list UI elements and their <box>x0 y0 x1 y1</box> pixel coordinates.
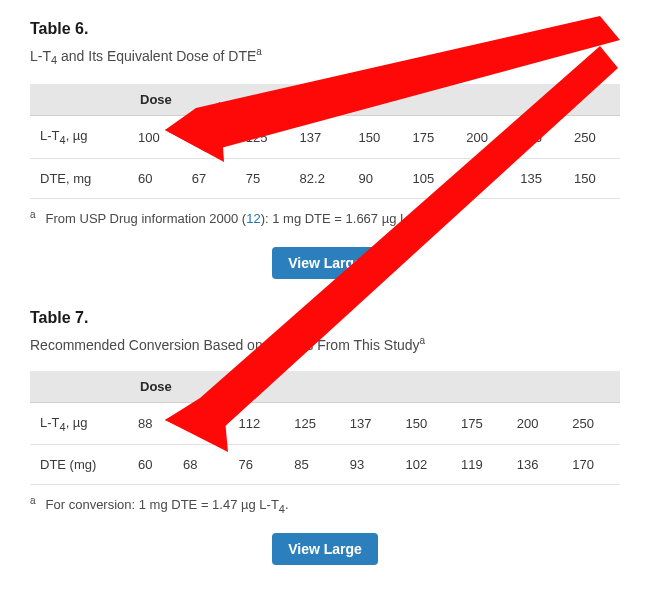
table7-footnote: aFor conversion: 1 mg DTE = 1.47 µg L-T4… <box>30 495 620 515</box>
view-large-button[interactable]: View Large <box>272 533 378 565</box>
table6-caption: L-T4 and Its Equivalent Dose of DTEa <box>30 46 620 66</box>
table7-header-dose: Dose <box>130 371 620 403</box>
table-cell: 93 <box>342 445 398 485</box>
table-cell: 175 <box>404 116 458 159</box>
table-cell: 112 <box>231 402 287 445</box>
table6-header-dose: Dose <box>130 84 620 116</box>
table-cell: 90 <box>351 159 405 199</box>
table-cell: 105 <box>404 159 458 199</box>
table-cell: 175 <box>453 402 509 445</box>
table-row: DTE (mg) 60 68 76 85 93 102 119 136 170 <box>30 445 620 485</box>
table-cell: 112 <box>184 116 238 159</box>
table-row: L-T4, µg 88 100 112 125 137 150 175 200 … <box>30 402 620 445</box>
table-cell: 150 <box>351 116 405 159</box>
table-cell: 76 <box>231 445 287 485</box>
table6-title: Table 6. <box>30 20 620 38</box>
table-row: L-T4, µg 100 112 125 137 150 175 200 225… <box>30 116 620 159</box>
table6: Dose L-T4, µg 100 112 125 137 150 175 20… <box>30 84 620 199</box>
table-cell: 119 <box>453 445 509 485</box>
table7-row1-label: L-T4, µg <box>30 402 130 445</box>
table6-row1-label: L-T4, µg <box>30 116 130 159</box>
table-cell: 250 <box>566 116 620 159</box>
table-cell: 75 <box>238 159 292 199</box>
table-cell: 100 <box>130 116 184 159</box>
table6-header-empty <box>30 84 130 116</box>
table7: Dose L-T4, µg 88 100 112 125 137 150 175… <box>30 371 620 486</box>
table6-footnote: aFrom USP Drug information 2000 (12): 1 … <box>30 209 620 229</box>
table-cell: 135 <box>512 159 566 199</box>
table-cell: 137 <box>342 402 398 445</box>
table7-header-empty <box>30 371 130 403</box>
table-cell: 137 <box>292 116 351 159</box>
table-cell: 120 <box>458 159 512 199</box>
table7-caption: Recommended Conversion Based on Results … <box>30 335 620 353</box>
table7-row2-label: DTE (mg) <box>30 445 130 485</box>
table-cell: 200 <box>509 402 565 445</box>
table7-title: Table 7. <box>30 309 620 327</box>
table-row: DTE, mg 60 67 75 82.2 90 105 120 135 150 <box>30 159 620 199</box>
table-cell: 100 <box>175 402 231 445</box>
table-cell: 68 <box>175 445 231 485</box>
table-cell: 150 <box>397 402 453 445</box>
table-cell: 250 <box>564 402 620 445</box>
table-cell: 102 <box>397 445 453 485</box>
table-cell: 225 <box>512 116 566 159</box>
table-cell: 200 <box>458 116 512 159</box>
table-cell: 60 <box>130 445 175 485</box>
caption-smallcaps: L <box>30 48 38 64</box>
table-cell: 82.2 <box>292 159 351 199</box>
table-cell: 67 <box>184 159 238 199</box>
citation-link-12[interactable]: 12 <box>246 211 260 226</box>
table6-row2-label: DTE, mg <box>30 159 130 199</box>
table-cell: 60 <box>130 159 184 199</box>
table-cell: 150 <box>566 159 620 199</box>
table-cell: 125 <box>286 402 342 445</box>
view-large-button[interactable]: View Large <box>272 247 378 279</box>
table-cell: 125 <box>238 116 292 159</box>
table-cell: 88 <box>130 402 175 445</box>
table-cell: 170 <box>564 445 620 485</box>
table-cell: 136 <box>509 445 565 485</box>
table-cell: 85 <box>286 445 342 485</box>
